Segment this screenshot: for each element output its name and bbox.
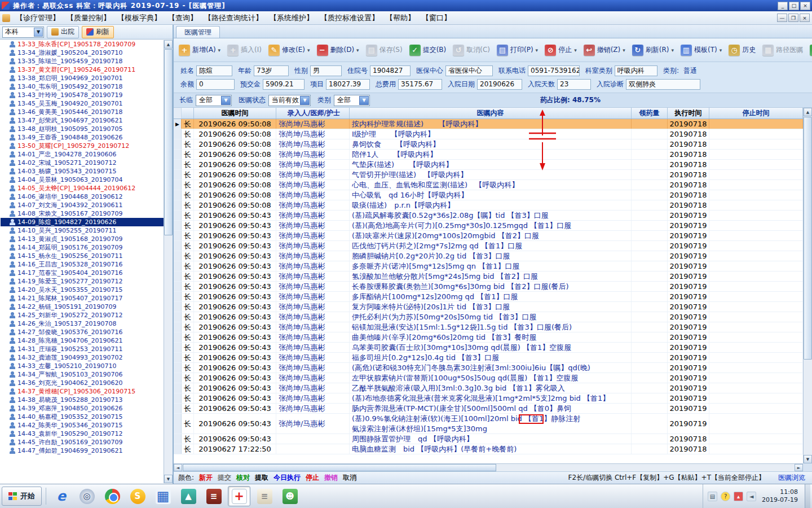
order-row[interactable]: 长20190626 09:50:43张尚坤/马惠彬伊托必利片(为力苏)[50mg… (174, 312, 803, 322)
order-row[interactable]: 长20190626 09:50:43张尚坤/马惠彬(基)(高危)地高辛片(可力)… (174, 221, 803, 231)
patient-list-item[interactable]: 14-45_许自励_1905169_20190709 (1, 438, 164, 446)
patient-list-item[interactable]: 13-38_郑启明_1904969_20190701 (1, 74, 164, 82)
patient-list-item[interactable]: 14-17_范春宝_1905404_20190716 (1, 269, 164, 277)
patient-list-item[interactable]: 14-10_吴兴_1905255_20190711 (1, 226, 164, 235)
orders-hscrollbar[interactable]: ◄ ► (174, 463, 803, 471)
scroll-down-icon[interactable]: ▼ (164, 475, 173, 483)
orders-vscrollbar[interactable]: ▲ ▼ (803, 108, 812, 463)
patient-list-item[interactable]: 14-04_吴景林_1905063_20190704 (1, 176, 164, 184)
order-row[interactable]: 长20190626 09:50:43张尚坤/马惠彬肠内营养混悬液(TP-MCT)… (174, 404, 803, 414)
patient-list-item[interactable]: 13-47_彭荣武_1904697_20190621 (1, 116, 164, 125)
order-row[interactable]: 长20190627 17:22:50电脑血糖监测 bid 【呼吸内科】(早餐前+… (174, 444, 803, 454)
order-row[interactable]: 长20190626 09:50:43张尚坤/马惠彬曲美他嗪片(辛孚)[20mg*… (174, 332, 803, 343)
patient-list-item[interactable]: 14-03_杨骧_1905343_20190715 (1, 167, 164, 176)
patient-list-item[interactable]: 14-32_龚迪莲_1904993_20190702 (1, 353, 164, 362)
patient-list-item[interactable]: 14-09_陈煊_1904827_20190626 (1, 218, 164, 226)
order-row[interactable]: 长20190626 09:50:43张尚坤/马惠彬(基)呋塞米片(速尿)[20m… (174, 231, 803, 241)
status-filter-select[interactable]: 当前有效 (268, 95, 311, 106)
orders-browse-link[interactable]: 医嘱浏览 (778, 473, 805, 483)
patient-list-item[interactable]: 14-15_杨永生_1905256_20190711 (1, 252, 164, 260)
scroll-right-icon[interactable]: ► (795, 464, 803, 471)
order-row[interactable]: 长20190626 09:50:08张尚坤/马惠彬心电、血压、血氧饱和度监测(描… (174, 180, 803, 190)
patient-list-item[interactable]: 14-40_杨嘉橙_1905352_20190715 (1, 413, 164, 421)
patient-list-item[interactable]: 14-07_刘文海_1904392_20190611 (1, 201, 164, 209)
taskbar-app-database[interactable]: ≡ (202, 486, 225, 506)
taskbar-app-notepad[interactable]: ≡ (253, 486, 276, 506)
taskbar-app-contacts[interactable]: ☻ (279, 486, 301, 506)
toolbar-history-button[interactable]: ◷历史 (726, 42, 758, 58)
patient-list-item[interactable]: 14-47_傅如碧_1904699_20190621 (1, 446, 164, 455)
discharge-button[interactable]: 出院 (47, 26, 79, 38)
scroll-up-icon[interactable]: ▲ (164, 40, 173, 49)
order-row[interactable]: 长20190626 09:50:08张尚坤/马惠彬鼻饲饮食 【呼吸内科】2019… (174, 139, 803, 150)
status-icon[interactable]: ▴ (734, 492, 743, 501)
order-row[interactable]: 长20190626 09:50:43张尚坤/马惠彬匹伐他汀钙片(邦之)[2mg*… (174, 241, 803, 251)
help-icon[interactable]: ? (721, 492, 730, 501)
patient-list-item[interactable]: 14-08_宋焕文_1905167_20190709 (1, 209, 164, 218)
patient-list-item[interactable]: 13-48_赵明枝_1905095_20190705 (1, 125, 164, 133)
patient-list-item[interactable]: 13-35_陈瑞兰_1905459_20190718 (1, 57, 164, 65)
department-select[interactable]: 本科 ▼ (2, 27, 44, 38)
changlin-filter-select[interactable]: 全部 (196, 95, 232, 106)
toolbar-template-button[interactable]: ▥模板(T)▾ (678, 42, 725, 58)
menu-item[interactable]: 【帮助】 (382, 13, 418, 23)
order-row[interactable]: 长20190626 09:50:43张尚坤/马惠彬复方阿嗪米特片(泌特)[20s… (174, 302, 803, 312)
menu-item[interactable]: 【查询】 (165, 13, 201, 23)
restore-button[interactable]: □ (789, 2, 799, 10)
order-row[interactable]: 长20190626 09:50:43张尚坤/马惠彬(基)布地奈德雾化混悬液(普米… (174, 393, 803, 404)
patient-list-item[interactable]: 14-39_邓惠萍_1904850_20190626 (1, 404, 164, 413)
volume-icon[interactable]: ◄ (747, 492, 756, 501)
patient-list-item[interactable]: 13-33_陈永香[CP]_1905178_20190709 (1, 40, 164, 49)
close-button[interactable]: × (800, 2, 810, 10)
toolbar-rearrange-button[interactable]: ♻重整(O) (807, 42, 812, 58)
patient-list-item[interactable]: 14-33_左馨_1905210_20190710 (1, 362, 164, 370)
patient-list-item[interactable]: 13-46_黄美美_1905446_20190718 (1, 108, 164, 116)
toolbar-edit-button[interactable]: ✎修改(E)▾ (266, 42, 312, 58)
scroll-up-icon[interactable]: ▲ (804, 108, 812, 116)
show-desktop-button[interactable] (805, 484, 810, 508)
order-row[interactable]: ▶长20190626 09:50:08张尚坤/马惠彬按内科护理常规(描述) 【呼… (174, 119, 803, 129)
patient-list-item[interactable]: 14-14_郑延明_1905176_20190709 (1, 243, 164, 252)
scroll-left-icon[interactable]: ◄ (174, 464, 182, 471)
patient-list-item[interactable]: 14-28_陈兆穗_1904706_20190621 (1, 336, 164, 345)
patient-list-item[interactable]: 14-38_易晓茂_1905288_20190713 (1, 396, 164, 404)
order-row[interactable]: 长20190626 09:50:08张尚坤/马惠彬中心吸氧 qd 16小时【呼吸… (174, 190, 803, 200)
toolbar-stop-button[interactable]: ⊘停止▾ (542, 42, 580, 58)
patient-list-item[interactable]: 14-13_黄淑贞_1905168_20190709 (1, 235, 164, 243)
order-row[interactable]: 长20190626 09:50:08张尚坤/马惠彬Ⅰ级护理 【呼吸内科】2019… (174, 129, 803, 139)
order-row[interactable]: 长20190626 09:50:43张尚坤/马惠彬(基)疏风解毒胶囊[0.52g… (174, 211, 803, 221)
patient-list-item[interactable]: 14-27_邹俊晓_1905376_20190716 (1, 328, 164, 336)
patient-list-item[interactable]: 13-45_吴玉梅_1904920_20190701 (1, 99, 164, 108)
order-row[interactable]: 长20190626 09:50:43张尚坤/马惠彬福多司坦片[0.2g*12s]… (174, 353, 803, 363)
taskbar-app-sogou[interactable]: S (126, 486, 149, 506)
order-row[interactable]: 长20190626 09:50:43周围静脉置管护理 qd 【呼吸内科】2019… (174, 434, 803, 444)
order-row[interactable]: 长20190626 09:50:43张尚坤/马惠彬(基)0.9%氯化钠注射液(软… (174, 414, 803, 434)
scrollbar-thumb[interactable] (804, 117, 812, 360)
patient-list-item[interactable]: 14-20_吴水天_1905355_20190715 (1, 286, 164, 294)
menu-item[interactable]: 【窗口】 (418, 13, 454, 23)
order-row[interactable]: 长20190626 09:50:43张尚坤/马惠彬氢溴酸加兰他敏分散片[5mg*… (174, 271, 803, 282)
menu-item[interactable]: 【路径查询统计】 (201, 13, 266, 23)
order-row[interactable]: 长20190626 09:50:08张尚坤/马惠彬气垫床(描述) 【呼吸内科】2… (174, 160, 803, 170)
scrollbar-thumb[interactable] (183, 464, 496, 471)
patient-list-item[interactable]: 13-34_游淑媛_1905204_20190710 (1, 49, 164, 57)
order-row[interactable]: 长20190626 09:50:43张尚坤/马惠彬乙酰半胱氨酸溶液(吸入用)[3… (174, 383, 803, 393)
menu-item[interactable]: 【质控标准设置】 (317, 13, 382, 23)
patient-list-item[interactable]: 14-16_王昌吉_1905328_20190716 (1, 260, 164, 269)
patient-list-item[interactable]: 13-50_莫耀[CP]_1905279_20190712 (1, 142, 164, 150)
order-row[interactable]: 长20190626 09:50:08张尚坤/马惠彬吸痰(描述) p.r.n【呼吸… (174, 200, 803, 211)
patient-list-item[interactable]: 14-21_陈尾林_1905407_20190717 (1, 294, 164, 303)
taskbar-app-ie[interactable]: e (50, 486, 73, 506)
order-row[interactable]: 长20190626 09:50:43张尚坤/马惠彬乌苯美司胶囊(百士欣)[30m… (174, 343, 803, 353)
toolbar-submit-button[interactable]: ✓提交(B) (407, 42, 449, 58)
patient-list-item[interactable]: 14-31_庄瑞葵_1905253_20190711 (1, 345, 164, 353)
patient-list-item[interactable]: 14-43_袁新华_1905290_20190712 (1, 430, 164, 438)
patient-list-item[interactable]: 14-36_刘克光_1904062_20190620 (1, 379, 164, 387)
taskbar-clock[interactable]: 11:08 2019-07-19 (762, 488, 798, 504)
menu-item[interactable]: 【系统维护】 (266, 13, 317, 23)
taskbar-app-grid[interactable]: ▦ (152, 486, 174, 506)
scrollbar-thumb[interactable] (164, 49, 173, 235)
menu-item[interactable]: 【质量控制】 (63, 13, 114, 23)
patient-list-item[interactable]: 14-34_严智航_1905103_20190706 (1, 370, 164, 379)
taskbar-app-chrome[interactable] (101, 486, 123, 506)
